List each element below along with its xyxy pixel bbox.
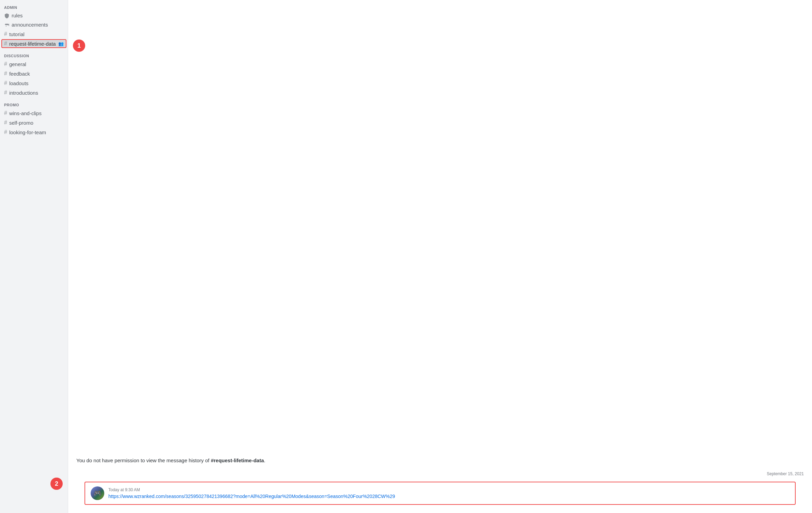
message-body: Today at 9:30 AM https://www.wzranked.co… [108,487,790,499]
sidebar-item-tutorial[interactable]: # tutorial [1,30,66,38]
announcements-channel-name: announcements [12,22,48,28]
sidebar-item-introductions[interactable]: # introductions [1,88,66,97]
feedback-channel-name: feedback [9,71,30,77]
members-icon: 👥 [58,41,64,46]
hash-icon-tutorial: # [4,31,7,37]
admin-section-label: ADMIN [0,0,68,11]
sidebar-item-loadouts[interactable]: # loadouts [1,79,66,88]
introductions-channel-name: introductions [9,90,38,96]
message-item: 🎮 Today at 9:30 AM https://www.wzranked.… [85,482,796,505]
hash-icon-general: # [4,61,7,67]
sidebar-item-announcements[interactable]: announcements [1,20,66,29]
hash-icon-request-lifetime-data: # [4,41,7,47]
hash-icon-loadouts: # [4,80,7,86]
sidebar: ADMIN rules announcements # tutorial # r… [0,0,68,513]
message-container: 🎮 Today at 9:30 AM https://www.wzranked.… [76,479,804,508]
discussion-section-label: DISCUSSION [0,48,68,59]
hash-icon-looking-for-team: # [4,129,7,135]
main-content-area: You do not have permission to view the m… [68,0,812,513]
permission-text: You do not have permission to view the m… [76,457,211,463]
sidebar-item-general[interactable]: # general [1,60,66,68]
sidebar-item-rules[interactable]: rules [1,11,66,20]
message-list: You do not have permission to view the m… [68,0,812,513]
period-text: . [264,457,265,463]
avatar-image: 🎮 [91,486,104,500]
hash-icon-introductions: # [4,90,7,96]
sidebar-item-wins-and-clips[interactable]: # wins-and-clips [1,109,66,118]
sidebar-item-self-promo[interactable]: # self-promo [1,118,66,127]
hash-icon-wins-and-clips: # [4,110,7,116]
wins-and-clips-channel-name: wins-and-clips [9,110,42,116]
permission-notice: You do not have permission to view the m… [68,452,812,469]
sidebar-item-request-lifetime-data[interactable]: # request-lifetime-data 👥 [1,39,66,48]
message-link[interactable]: https://www.wzranked.com/seasons/3259502… [108,494,790,499]
sidebar-item-looking-for-team[interactable]: # looking-for-team [1,128,66,137]
rules-icon [4,13,10,18]
announce-icon [4,22,10,28]
hash-icon-self-promo: # [4,120,7,126]
loadouts-channel-name: loadouts [9,80,29,86]
step-badge-2: 2 [50,478,63,490]
avatar: 🎮 [91,486,104,500]
tutorial-channel-name: tutorial [9,31,25,37]
request-lifetime-data-channel-name: request-lifetime-data [9,41,56,47]
looking-for-team-channel-name: looking-for-team [9,129,46,135]
general-channel-name: general [9,61,26,67]
date-separator: September 15, 2021 [68,469,812,479]
channel-bold-text: #request-lifetime-data [211,457,264,463]
rules-channel-name: rules [12,13,23,18]
message-timestamp: Today at 9:30 AM [108,487,790,492]
hash-icon-feedback: # [4,71,7,77]
step-badge-1: 1 [73,40,85,52]
sidebar-item-feedback[interactable]: # feedback [1,69,66,78]
promo-section-label: PROMO [0,97,68,108]
self-promo-channel-name: self-promo [9,120,33,126]
